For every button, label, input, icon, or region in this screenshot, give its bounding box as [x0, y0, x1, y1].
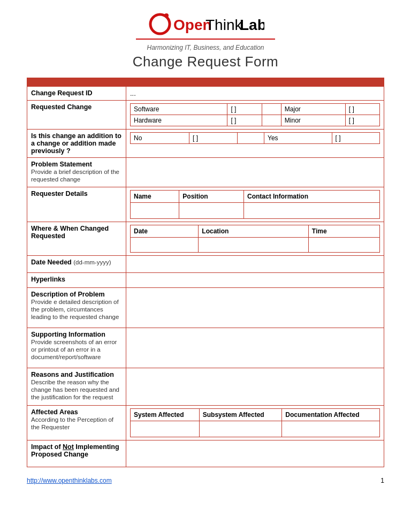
- header-row: [27, 78, 384, 87]
- description-problem-row: Description of Problem Provide e detaile…: [27, 288, 384, 328]
- where-when-row: Where & When Changed Requested Date Loca…: [27, 222, 384, 256]
- logo-underline: [136, 39, 275, 40]
- reasons-justification-content[interactable]: [126, 368, 384, 406]
- hyperlinks-label: Hyperlinks: [27, 273, 126, 288]
- location-cell[interactable]: [199, 238, 309, 253]
- reasons-justification-label: Reasons and Justification Describe the r…: [27, 368, 126, 406]
- affected-areas-header: System Affected Subsystem Affected Docum…: [131, 409, 380, 421]
- supporting-info-content[interactable]: [126, 328, 384, 368]
- no-label: No: [131, 133, 189, 144]
- logo-svg: Open Think Labs: [147, 11, 264, 37]
- where-when-data: [131, 238, 380, 253]
- subsystem-affected-header: Subsystem Affected: [199, 409, 282, 421]
- supporting-info-label: Supporting Information Provide screensho…: [27, 328, 126, 368]
- contact-col-header: Contact Information: [244, 191, 380, 203]
- affected-areas-table: System Affected Subsystem Affected Docum…: [130, 408, 380, 437]
- documentation-affected-header: Documentation Affected: [282, 409, 380, 421]
- supporting-info-row: Supporting Information Provide screensho…: [27, 328, 384, 368]
- addition-change-content: No [ ] Yes [ ]: [126, 130, 384, 158]
- yes-check[interactable]: [ ]: [332, 133, 379, 144]
- yes-label: Yes: [264, 133, 332, 144]
- hyperlinks-row: Hyperlinks: [27, 273, 384, 288]
- no-check[interactable]: [ ]: [189, 133, 237, 144]
- requested-change-row: Requested Change Software [ ] Major [ ] …: [27, 101, 384, 130]
- hyperlinks-content[interactable]: [126, 273, 384, 288]
- form-table: Change Request ID ... Requested Change S…: [27, 78, 384, 467]
- name-cell[interactable]: [131, 203, 179, 219]
- position-cell[interactable]: [179, 203, 244, 219]
- hardware-label: Hardware: [131, 115, 227, 126]
- affected-areas-label: Affected Areas According to the Percepti…: [27, 406, 126, 440]
- location-col-header: Location: [199, 225, 309, 238]
- problem-statement-label: Problem Statement Provide a brief descri…: [27, 158, 126, 187]
- change-request-id-row: Change Request ID ...: [27, 87, 384, 101]
- impact-label: Impact of Not Implementing Proposed Chan…: [27, 440, 126, 467]
- where-when-label: Where & When Changed Requested: [27, 222, 126, 256]
- svg-text:Think: Think: [206, 17, 242, 33]
- software-row: Software [ ] Major [ ]: [131, 104, 380, 115]
- position-col-header: Position: [179, 191, 244, 203]
- change-request-id-value: ...: [126, 87, 384, 101]
- software-check[interactable]: [ ]: [227, 104, 262, 115]
- requester-details-table: Name Position Contact Information: [130, 190, 380, 219]
- requested-change-table: Software [ ] Major [ ] Hardware [ ] Mino…: [130, 103, 380, 126]
- system-affected-header: System Affected: [131, 409, 200, 421]
- time-cell[interactable]: [308, 238, 379, 253]
- date-col-header: Date: [131, 225, 199, 238]
- requester-details-header: Name Position Contact Information: [131, 191, 380, 203]
- addition-change-row: Is this change an addition to a change o…: [27, 130, 384, 158]
- where-when-table: Date Location Time: [130, 225, 380, 253]
- addition-change-label: Is this change an addition to a change o…: [27, 130, 126, 158]
- contact-cell[interactable]: [244, 203, 380, 219]
- affected-areas-content: System Affected Subsystem Affected Docum…: [126, 406, 384, 440]
- description-problem-content[interactable]: [126, 288, 384, 328]
- description-problem-label: Description of Problem Provide e detaile…: [27, 288, 126, 328]
- major-label: Major: [281, 104, 345, 115]
- requester-details-row: Requester Details Name Position Contact …: [27, 187, 384, 222]
- footer-link[interactable]: http://www.openthinklabs.com: [27, 477, 112, 484]
- addition-change-table: No [ ] Yes [ ]: [130, 132, 380, 144]
- impact-content[interactable]: [126, 440, 384, 467]
- requested-change-content: Software [ ] Major [ ] Hardware [ ] Mino…: [126, 101, 384, 130]
- change-request-id-label: Change Request ID: [27, 87, 126, 101]
- affected-areas-data: [131, 421, 380, 437]
- major-check[interactable]: [ ]: [345, 104, 379, 115]
- hardware-empty: [262, 115, 281, 126]
- requester-details-label: Requester Details: [27, 187, 126, 222]
- minor-label: Minor: [281, 115, 345, 126]
- reasons-justification-row: Reasons and Justification Describe the r…: [27, 368, 384, 406]
- problem-statement-content[interactable]: [126, 158, 384, 187]
- time-col-header: Time: [308, 225, 379, 238]
- page-number: 1: [380, 477, 384, 484]
- tagline: Harmonizing IT, Business, and Education: [27, 44, 384, 51]
- system-cell[interactable]: [131, 421, 200, 437]
- impact-row: Impact of Not Implementing Proposed Chan…: [27, 440, 384, 467]
- where-when-content: Date Location Time: [126, 222, 384, 256]
- hardware-check[interactable]: [ ]: [227, 115, 262, 126]
- affected-areas-row: Affected Areas According to the Percepti…: [27, 406, 384, 440]
- requester-details-content: Name Position Contact Information: [126, 187, 384, 222]
- problem-statement-row: Problem Statement Provide a brief descri…: [27, 158, 384, 187]
- logo: Open Think Labs: [27, 11, 384, 37]
- documentation-cell[interactable]: [282, 421, 380, 437]
- page-header: Open Think Labs Harmonizing IT, Business…: [27, 11, 384, 70]
- software-label: Software: [131, 104, 227, 115]
- date-needed-label: Date Needed (dd-mm-yyyy): [27, 256, 126, 273]
- subsystem-cell[interactable]: [199, 421, 282, 437]
- requested-change-label: Requested Change: [27, 101, 126, 130]
- date-needed-row: Date Needed (dd-mm-yyyy): [27, 256, 384, 273]
- minor-check[interactable]: [ ]: [345, 115, 379, 126]
- svg-text:Labs: Labs: [240, 17, 264, 33]
- hardware-row: Hardware [ ] Minor [ ]: [131, 115, 380, 126]
- where-when-header: Date Location Time: [131, 225, 380, 238]
- date-needed-content[interactable]: [126, 256, 384, 273]
- no-empty: [237, 133, 264, 144]
- software-empty: [262, 104, 281, 115]
- footer: http://www.openthinklabs.com 1: [27, 477, 384, 484]
- name-col-header: Name: [131, 191, 179, 203]
- requester-details-data: [131, 203, 380, 219]
- svg-point-1: [164, 13, 169, 18]
- no-yes-row: No [ ] Yes [ ]: [131, 133, 380, 144]
- date-cell[interactable]: [131, 238, 199, 253]
- form-title: Change Request Form: [27, 54, 384, 70]
